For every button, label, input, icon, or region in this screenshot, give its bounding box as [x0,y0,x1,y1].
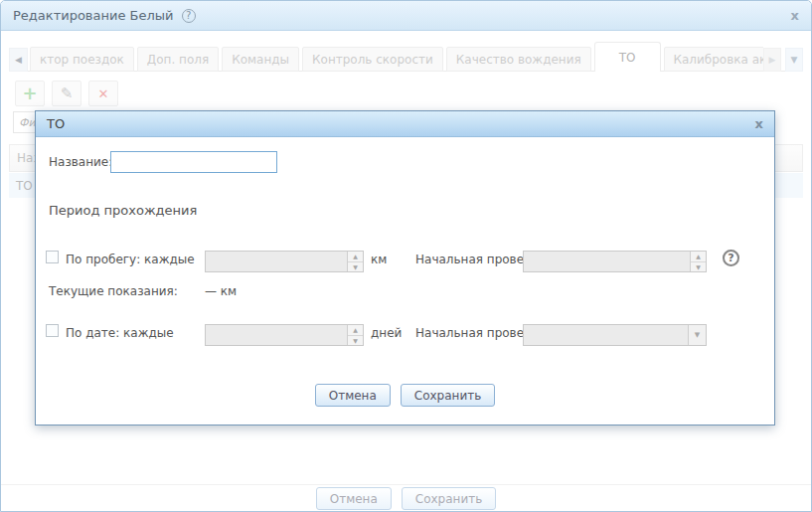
date-unit-label: дней [371,326,402,340]
dialog-cancel-button[interactable]: Отмена [315,384,391,407]
date-checkbox[interactable] [46,324,59,337]
mileage-interval-input[interactable] [206,252,347,271]
name-label: Название: [49,155,112,169]
dialog-footer: Отмена Сохранить [36,384,774,407]
spinner-down-icon[interactable]: ▼ [691,262,706,272]
maintenance-dialog: ТО x Название: Период прохождения По про… [35,110,775,426]
dialog-title: ТО [47,116,65,131]
mileage-initial-input[interactable] [524,252,690,271]
mileage-unit-label: км [371,253,387,266]
window-title: Редактирование Белый [13,8,174,23]
spinner-down-icon[interactable]: ▼ [348,336,363,346]
current-readings-value: — км [205,284,237,298]
dialog-header[interactable]: ТО x [36,111,774,137]
spinner-up-icon[interactable]: ▲ [348,325,363,336]
mileage-initial-spinner: ▲ ▼ [523,251,707,272]
spinner-up-icon[interactable]: ▲ [691,252,706,262]
edit-unit-window: Редактирование Белый ? x ◀ ктор поездок … [0,0,812,512]
spinner-down-icon[interactable]: ▼ [348,262,363,272]
window-close-icon[interactable]: x [791,9,799,22]
chevron-down-icon[interactable]: ▼ [688,325,706,345]
mileage-interval-spinner: ▲ ▼ [205,251,364,272]
dialog-close-icon[interactable]: x [755,117,763,130]
date-interval-input[interactable] [206,325,347,345]
date-initial-input[interactable] [524,325,688,345]
spinner-up-icon[interactable]: ▲ [348,252,363,262]
current-readings-label: Текущие показания: [49,284,178,298]
section-title: Период прохождения [49,203,197,218]
date-initial-combo: ▼ [523,324,707,346]
window-header: Редактирование Белый ? x [1,1,811,31]
date-interval-spinner: ▲ ▼ [205,324,364,346]
name-input[interactable] [110,151,277,173]
date-checkbox-label[interactable]: По дате: каждые [66,326,174,340]
dialog-save-button[interactable]: Сохранить [401,384,496,407]
mileage-checkbox[interactable] [46,251,59,263]
mileage-checkbox-label[interactable]: По пробегу: каждые [66,253,195,266]
dialog-help-icon[interactable]: ? [723,250,739,266]
help-icon[interactable]: ? [182,9,196,23]
